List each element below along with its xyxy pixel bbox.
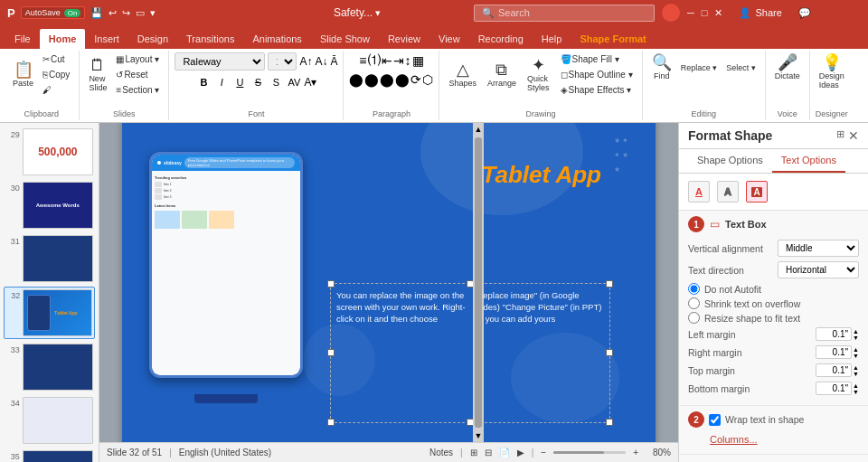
bottom-margin-down[interactable]: ▼	[853, 389, 859, 395]
char-spacing-button[interactable]: AV	[286, 74, 302, 90]
layout-button[interactable]: ▦Layout ▾	[112, 52, 163, 66]
canvas-scrollbar[interactable]: ▲ ▼	[473, 123, 484, 442]
slide-canvas[interactable]: ★ ✦✦ ★★ slideasy Free Google Slides and …	[122, 123, 656, 442]
select-button[interactable]: Select ▾	[722, 61, 760, 74]
font-size-selector[interactable]: 16	[268, 52, 297, 71]
tab-shape-options[interactable]: Shape Options	[688, 149, 772, 173]
smart-art-button[interactable]: ⬡	[422, 72, 433, 87]
tab-help[interactable]: Help	[533, 29, 571, 49]
right-margin-down[interactable]: ▼	[853, 353, 859, 359]
panel-close-button[interactable]: ✕	[848, 128, 859, 143]
view-reading-icon[interactable]: 📄	[499, 448, 510, 457]
tab-slideshow[interactable]: Slide Show	[311, 29, 379, 49]
view-slide-sorter-icon[interactable]: ⊟	[485, 448, 492, 457]
handle-bottom-right[interactable]	[606, 419, 613, 426]
tab-recording[interactable]: Recording	[469, 29, 533, 49]
text-effects-icon[interactable]: A	[746, 181, 768, 203]
align-center-button[interactable]: ⬤	[364, 72, 379, 87]
handle-bottom-left[interactable]	[327, 419, 335, 426]
zoom-slider[interactable]	[553, 451, 626, 454]
undo-icon[interactable]: ↩	[108, 7, 117, 19]
tab-design[interactable]: Design	[128, 29, 177, 49]
cut-button[interactable]: ✂Cut	[39, 52, 73, 66]
slide-thumb-30[interactable]: 30 Awesome Words	[4, 180, 95, 231]
text-outline-icon[interactable]: A	[717, 181, 739, 203]
right-margin-input[interactable]	[816, 345, 852, 359]
shape-outline-button[interactable]: ◻Shape Outline ▾	[557, 68, 637, 81]
bullets-button[interactable]: ≡	[359, 53, 366, 68]
left-margin-input[interactable]	[816, 327, 852, 341]
save-icon[interactable]: 💾	[90, 7, 103, 19]
customize-icon[interactable]: ▾	[150, 7, 156, 19]
font-selector[interactable]: Raleway	[175, 52, 265, 71]
panel-expand-icon[interactable]: ⊞	[836, 128, 844, 143]
handle-top-right[interactable]	[606, 280, 613, 288]
quick-styles-button[interactable]: ✦ QuickStyles	[524, 55, 553, 94]
zoom-level[interactable]: 80%	[646, 448, 671, 457]
scroll-up-arrow[interactable]: ▲	[473, 123, 485, 136]
handle-middle-left[interactable]	[327, 349, 335, 356]
resize-radio[interactable]	[688, 312, 700, 324]
numbering-button[interactable]: ⑴	[368, 52, 381, 69]
shape-effects-button[interactable]: ◈Shape Effects ▾	[557, 83, 637, 97]
handle-middle-right[interactable]	[606, 349, 613, 356]
bottom-margin-input[interactable]	[816, 382, 852, 395]
slide-thumb-32[interactable]: 32 Tablet App	[4, 287, 95, 339]
tab-animations[interactable]: Animations	[243, 29, 310, 49]
tab-transitions[interactable]: Transitions	[177, 29, 243, 49]
comments-button[interactable]: 💬 Comments	[798, 7, 861, 19]
bottom-margin-up[interactable]: ▲	[853, 382, 859, 389]
presentation-icon[interactable]: ▭	[136, 7, 145, 19]
tab-file[interactable]: File	[5, 29, 40, 49]
line-spacing-button[interactable]: ↕	[405, 53, 411, 68]
shrink-radio[interactable]	[688, 297, 700, 309]
notes-button[interactable]: Notes	[429, 448, 453, 457]
left-margin-down[interactable]: ▼	[853, 335, 859, 341]
top-margin-up[interactable]: ▲	[853, 364, 859, 371]
decrease-font-icon[interactable]: A↓	[315, 55, 327, 68]
text-box-selection[interactable]: You can replace the image on the screen …	[330, 283, 610, 423]
slide-thumb-33[interactable]: 33	[4, 342, 95, 392]
italic-button[interactable]: I	[213, 74, 230, 90]
clear-format-icon[interactable]: Ā	[330, 55, 337, 68]
section-button[interactable]: ≡Section ▾	[112, 83, 163, 97]
align-left-button[interactable]: ⬤	[349, 72, 363, 87]
view-normal-icon[interactable]: ⊞	[470, 448, 477, 457]
slide-thumb-35[interactable]: 35	[4, 448, 95, 462]
right-margin-up[interactable]: ▲	[853, 346, 859, 353]
paste-button[interactable]: 📋 Paste	[9, 60, 37, 90]
bold-button[interactable]: B	[195, 74, 212, 90]
underline-button[interactable]: U	[231, 74, 248, 90]
vertical-alignment-select[interactable]: Middle Top Bottom	[778, 240, 859, 257]
top-margin-input[interactable]	[816, 363, 852, 377]
zoom-out-button[interactable]: −	[541, 448, 546, 457]
dictate-button[interactable]: 🎤 Dictate	[771, 52, 804, 82]
tab-text-options[interactable]: Text Options	[772, 149, 845, 173]
shadow-button[interactable]: S	[268, 74, 284, 90]
slide-thumb-29[interactable]: 29 500,000	[4, 127, 95, 177]
user-avatar[interactable]	[662, 4, 680, 22]
increase-font-icon[interactable]: A↑	[299, 55, 312, 68]
text-direction-button[interactable]: ⟳	[410, 72, 421, 87]
file-dropdown-icon[interactable]: ▾	[375, 7, 381, 19]
columns-button[interactable]: Columns...	[710, 430, 758, 448]
shape-fill-button[interactable]: 🪣Shape Fill ▾	[557, 52, 637, 66]
redo-icon[interactable]: ↪	[122, 7, 130, 19]
tab-insert[interactable]: Insert	[85, 29, 128, 49]
minimize-icon[interactable]: ─	[687, 7, 694, 18]
increase-indent-button[interactable]: ⇥	[393, 53, 404, 68]
left-margin-up[interactable]: ▲	[853, 328, 859, 335]
zoom-in-button[interactable]: +	[633, 448, 638, 457]
design-ideas-button[interactable]: 💡 DesignIdeas	[816, 52, 848, 91]
no-autofit-radio[interactable]	[688, 283, 700, 295]
slide-thumb-31[interactable]: 31	[4, 233, 95, 284]
columns-button[interactable]: ▦	[412, 53, 424, 68]
shapes-button[interactable]: △ Shapes	[445, 60, 480, 90]
handle-top-left[interactable]	[327, 280, 335, 288]
text-color-icon[interactable]: A	[688, 181, 710, 203]
new-slide-button[interactable]: 🗒 NewSlide	[85, 55, 110, 94]
view-slideshow-icon[interactable]: ▶	[517, 448, 524, 457]
find-button[interactable]: 🔍 Find	[648, 52, 675, 82]
font-color-button[interactable]: A▾	[304, 76, 316, 89]
tab-shape-format[interactable]: Shape Format	[571, 29, 655, 49]
